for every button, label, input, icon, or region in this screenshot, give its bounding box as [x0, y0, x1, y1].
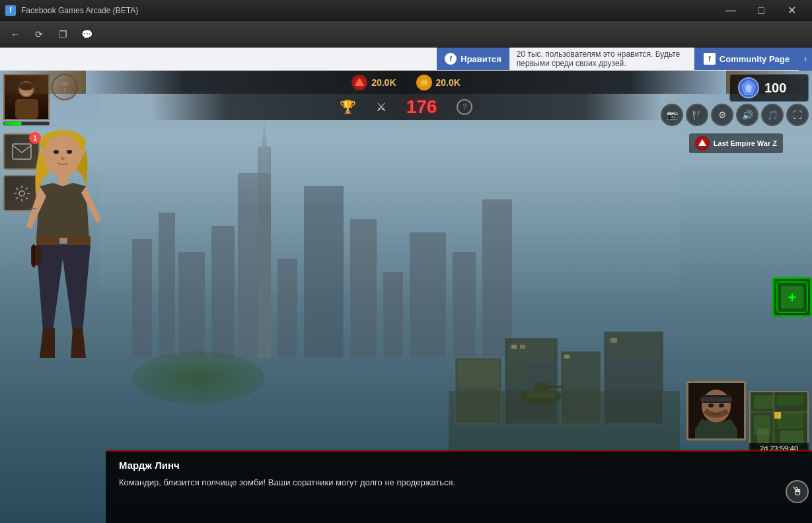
- facebook-icon: f: [445, 53, 457, 65]
- svg-rect-38: [564, 355, 570, 359]
- top-hud-decoration: 20.0K 20.0K 🏆 ⚔ 176 ?: [86, 71, 726, 123]
- green-crate-button[interactable]: +: [772, 277, 812, 317]
- minimap[interactable]: [749, 391, 809, 450]
- gold-resource: 20.0K: [416, 75, 461, 90]
- food-icon: [351, 75, 367, 90]
- title-bar: f Facebook Games Arcade (BETA) — □ ✕: [0, 0, 812, 21]
- maximize-button[interactable]: □: [746, 0, 776, 21]
- battle-bar: 🏆 ⚔ 176 ?: [150, 94, 662, 120]
- svg-rect-39: [610, 338, 617, 343]
- svg-rect-24: [59, 238, 67, 244]
- gold-icon: [416, 75, 432, 90]
- like-section: f Нравится 20 тыс. пользователям это нра…: [437, 48, 812, 70]
- dialog-character-name: Мардж Линч: [119, 460, 799, 471]
- app-icon: f: [5, 5, 16, 16]
- food-count: 20.0K: [371, 77, 396, 88]
- dialog-box[interactable]: Мардж Линч Командир, близится полчище зо…: [106, 450, 812, 523]
- music-button[interactable]: 🎵: [761, 104, 784, 126]
- svg-point-20: [61, 157, 65, 160]
- refresh-button[interactable]: ⟳: [29, 25, 49, 44]
- svg-point-17: [44, 135, 81, 174]
- like-button[interactable]: f Нравится: [437, 48, 509, 70]
- battle-score: 176: [406, 96, 437, 118]
- game-logo-area: Last Empire War Z: [689, 133, 783, 153]
- svg-rect-31: [508, 341, 554, 361]
- svg-rect-42: [535, 383, 548, 391]
- scroll-right-button[interactable]: ›: [799, 48, 812, 71]
- dialog-text: Командир, близится полчище зомби! Ваши с…: [119, 476, 799, 489]
- close-button[interactable]: ✕: [776, 0, 807, 21]
- vegetation: [132, 351, 264, 404]
- svg-rect-37: [520, 345, 525, 349]
- svg-point-19: [67, 150, 72, 154]
- cursor-icon: 🖱: [792, 485, 803, 499]
- game-icon: [695, 136, 710, 151]
- crystal-display: 100: [729, 74, 809, 102]
- in-game-character-portrait[interactable]: [686, 381, 746, 440]
- trophy-icon: 🏆: [340, 99, 356, 115]
- settings-button[interactable]: ⚙: [711, 104, 733, 126]
- window-controls: — □ ✕: [716, 0, 807, 21]
- mute-button[interactable]: 🔊: [736, 104, 758, 126]
- cursor-indicator: 🖱: [786, 480, 809, 503]
- svg-rect-21: [57, 173, 68, 186]
- svg-rect-55: [772, 392, 775, 449]
- svg-rect-41: [527, 390, 556, 399]
- svg-rect-47: [700, 398, 732, 401]
- svg-text:+: +: [788, 289, 797, 306]
- resource-bar: 20.0K 20.0K: [86, 71, 726, 94]
- svg-point-48: [708, 403, 714, 407]
- crystal-count: 100: [764, 81, 786, 96]
- svg-rect-6: [422, 81, 427, 85]
- swords-icon: ⚔: [376, 100, 387, 114]
- right-controls: 📷 🏴 ⚙ 🔊 🎵 ⛶: [661, 104, 809, 126]
- duplicate-button[interactable]: ❐: [53, 25, 73, 44]
- help-icon[interactable]: ?: [457, 99, 472, 115]
- female-character[interactable]: [3, 94, 119, 457]
- svg-rect-43: [546, 386, 563, 388]
- svg-rect-51: [754, 396, 774, 409]
- social-bar: f Нравится 20 тыс. пользователям это нра…: [0, 48, 812, 71]
- toolbar: ← ⟳ ❐ 💬: [0, 21, 812, 48]
- svg-rect-36: [511, 345, 517, 349]
- game-name: Last Empire War Z: [714, 139, 777, 147]
- food-resource: 20.0K: [351, 75, 396, 90]
- svg-rect-26: [32, 244, 35, 267]
- screenshot-button[interactable]: 📷: [661, 104, 683, 126]
- svg-rect-32: [508, 365, 528, 381]
- svg-rect-33: [561, 351, 601, 424]
- flag-button[interactable]: 🏴: [686, 104, 708, 126]
- community-fb-icon: f: [704, 53, 716, 65]
- window-title: Facebook Games Arcade (BETA): [21, 6, 716, 15]
- minimize-button[interactable]: —: [716, 0, 746, 21]
- back-button[interactable]: ←: [5, 25, 25, 44]
- svg-point-18: [54, 150, 59, 154]
- fullscreen-button[interactable]: ⛶: [786, 104, 809, 126]
- svg-rect-29: [459, 361, 498, 388]
- community-page-button[interactable]: f Community Page: [694, 48, 799, 70]
- svg-point-49: [719, 403, 724, 407]
- crystal-icon: [738, 77, 759, 98]
- svg-rect-52: [777, 396, 803, 405]
- gold-count: 20.0K: [436, 77, 461, 88]
- game-area[interactable]: VIP 1 20.0K: [0, 71, 812, 523]
- comment-button[interactable]: 💬: [77, 25, 96, 44]
- game-buildings: [449, 292, 680, 457]
- community-label: Community Page: [720, 54, 790, 64]
- like-label: Нравится: [461, 54, 501, 64]
- svg-rect-57: [774, 412, 781, 419]
- like-count-text: 20 тыс. пользователям это нравится. Будь…: [509, 48, 694, 70]
- svg-marker-60: [698, 139, 706, 146]
- svg-marker-4: [355, 78, 364, 86]
